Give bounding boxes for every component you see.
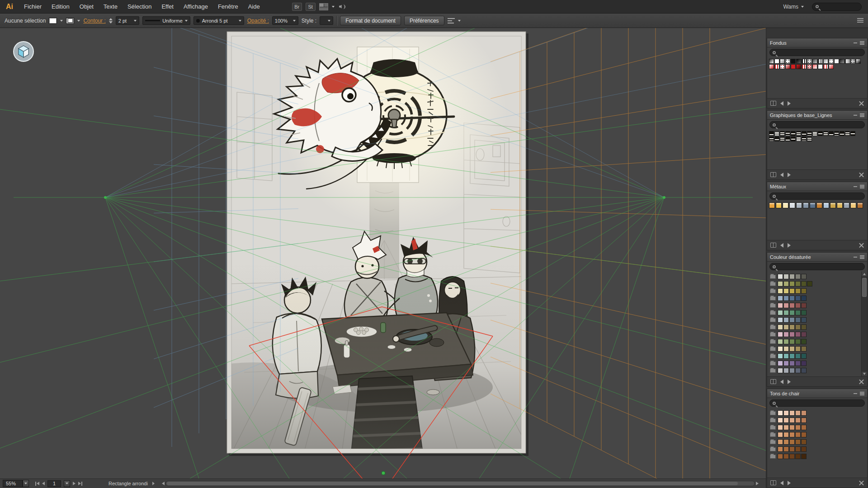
panel-fondus-header[interactable]: Fondus xyxy=(767,38,867,47)
color-swatch[interactable] xyxy=(795,317,801,323)
color-swatch[interactable] xyxy=(789,296,795,301)
color-swatch[interactable] xyxy=(844,202,849,208)
menu-item-affichage[interactable]: Affichage xyxy=(179,0,213,14)
cs-live-icon[interactable] xyxy=(338,3,346,10)
remove-icon[interactable] xyxy=(859,379,864,384)
panel-collapse-icon[interactable] xyxy=(854,42,857,43)
color-swatch[interactable] xyxy=(783,317,789,323)
color-swatch[interactable] xyxy=(807,281,812,286)
color-swatch[interactable] xyxy=(778,303,783,308)
pattern-swatch[interactable] xyxy=(780,64,785,69)
swatch-group-row[interactable] xyxy=(769,409,865,417)
scroll-up-icon[interactable] xyxy=(862,272,867,277)
color-swatch[interactable] xyxy=(778,439,783,445)
color-swatch[interactable] xyxy=(795,332,801,337)
line-pattern-swatch[interactable] xyxy=(850,131,855,136)
pattern-swatch[interactable] xyxy=(774,64,779,69)
pattern-swatch[interactable] xyxy=(829,59,834,64)
color-swatch[interactable] xyxy=(778,296,783,301)
fill-color-caret-icon[interactable] xyxy=(60,20,63,22)
swatch-group-row[interactable] xyxy=(769,352,860,360)
first-artboard-icon[interactable] xyxy=(35,482,39,486)
library-menu-icon[interactable] xyxy=(770,243,776,248)
line-pattern-swatch[interactable] xyxy=(818,131,823,136)
color-swatch[interactable] xyxy=(823,202,829,208)
scroll-left-icon[interactable] xyxy=(162,482,165,485)
line-pattern-swatch[interactable] xyxy=(791,131,796,136)
color-swatch[interactable] xyxy=(801,425,807,430)
color-swatch[interactable] xyxy=(801,317,807,323)
pattern-swatch[interactable] xyxy=(834,59,839,64)
pattern-swatch[interactable] xyxy=(807,59,812,64)
line-pattern-swatch[interactable] xyxy=(834,131,839,136)
color-swatch[interactable] xyxy=(795,368,801,373)
line-pattern-swatch[interactable] xyxy=(774,131,779,136)
swatch-group-row[interactable] xyxy=(769,273,860,280)
stroke-color-swatch[interactable] xyxy=(66,18,74,24)
swatch-group-row[interactable] xyxy=(769,446,865,453)
color-swatch[interactable] xyxy=(789,454,795,459)
color-swatch[interactable] xyxy=(783,410,789,416)
line-pattern-swatch[interactable] xyxy=(780,136,785,141)
color-swatch[interactable] xyxy=(789,317,795,323)
color-swatch[interactable] xyxy=(783,303,789,308)
line-pattern-swatch[interactable] xyxy=(823,131,828,136)
alignment-icon[interactable] xyxy=(448,18,455,23)
panel-menu-icon[interactable] xyxy=(860,113,864,117)
color-swatch[interactable] xyxy=(801,368,807,373)
color-swatch[interactable] xyxy=(801,410,807,416)
panel-collapse-icon[interactable] xyxy=(854,115,857,116)
scroll-right-icon[interactable] xyxy=(756,482,759,485)
color-swatch[interactable] xyxy=(778,353,783,359)
color-swatch[interactable] xyxy=(795,361,801,366)
pattern-swatch[interactable] xyxy=(780,59,785,64)
color-swatch[interactable] xyxy=(778,446,783,452)
swatch-group-row[interactable] xyxy=(769,309,860,316)
next-artboard-icon[interactable] xyxy=(73,482,75,485)
remove-icon[interactable] xyxy=(859,172,864,177)
color-swatch[interactable] xyxy=(801,288,807,294)
color-swatch[interactable] xyxy=(795,410,801,416)
swatch-group-row[interactable] xyxy=(769,316,860,324)
color-swatch[interactable] xyxy=(810,202,816,208)
pattern-swatch[interactable] xyxy=(845,59,850,64)
pattern-swatch[interactable] xyxy=(823,64,828,69)
preferences-button[interactable]: Préférences xyxy=(404,16,444,25)
swatch-group-row[interactable] xyxy=(769,453,865,460)
color-swatch[interactable] xyxy=(783,339,789,344)
color-swatch[interactable] xyxy=(783,296,789,301)
color-swatch[interactable] xyxy=(795,439,801,445)
menu-item-aide[interactable]: Aide xyxy=(243,0,265,14)
status-expand-icon[interactable] xyxy=(152,482,155,485)
menu-item-edition[interactable]: Edition xyxy=(47,0,75,14)
swatch-group-row[interactable] xyxy=(769,417,865,424)
color-swatch[interactable] xyxy=(801,332,807,337)
line-pattern-swatch[interactable] xyxy=(802,136,807,141)
pattern-swatch[interactable] xyxy=(818,64,823,69)
color-swatch[interactable] xyxy=(801,432,807,437)
line-pattern-swatch[interactable] xyxy=(791,136,796,141)
artboard-list-caret-icon[interactable] xyxy=(64,480,70,487)
swatch-group-row[interactable] xyxy=(769,280,860,287)
color-swatch[interactable] xyxy=(778,274,783,279)
last-artboard-icon[interactable] xyxy=(78,482,82,486)
pattern-swatch[interactable] xyxy=(785,59,790,64)
pattern-swatch[interactable] xyxy=(785,64,790,69)
alignment-caret-icon[interactable] xyxy=(458,20,461,22)
stroke-color-caret-icon[interactable] xyxy=(77,20,80,22)
remove-icon[interactable] xyxy=(859,480,864,485)
pattern-swatch[interactable] xyxy=(791,59,796,64)
pattern-swatch[interactable] xyxy=(796,59,801,64)
panel-collapse-icon[interactable] xyxy=(854,393,857,394)
color-swatch[interactable] xyxy=(789,332,795,337)
menu-item-selection[interactable]: Sélection xyxy=(123,0,156,14)
color-swatch[interactable] xyxy=(795,296,801,301)
color-swatch[interactable] xyxy=(789,410,795,416)
library-menu-icon[interactable] xyxy=(770,379,776,384)
line-pattern-swatch[interactable] xyxy=(802,131,807,136)
color-swatch[interactable] xyxy=(795,446,801,452)
remove-icon[interactable] xyxy=(859,101,864,106)
color-swatch[interactable] xyxy=(783,281,789,286)
scroll-down-icon[interactable] xyxy=(862,371,867,376)
color-swatch[interactable] xyxy=(789,368,795,373)
